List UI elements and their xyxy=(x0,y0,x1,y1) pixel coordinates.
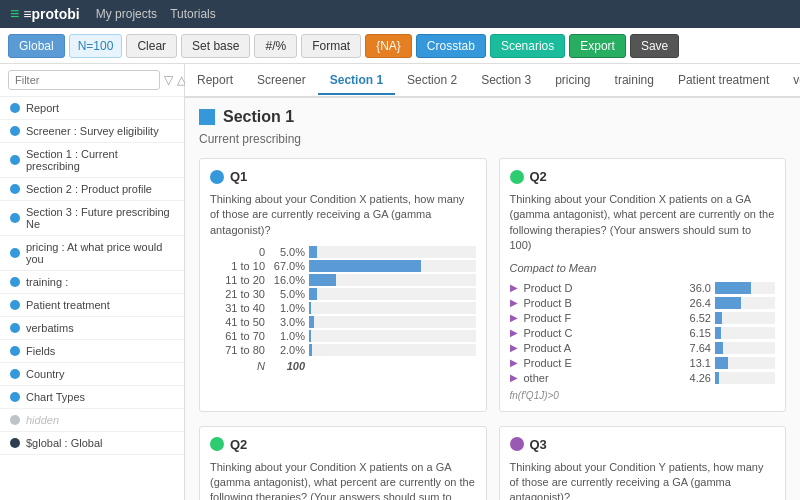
bar-label-11-20: 11 to 20 xyxy=(210,274,265,286)
sidebar-dot-section3 xyxy=(10,213,20,223)
product-fill-c xyxy=(715,327,721,339)
product-name-d: Product D xyxy=(524,282,672,294)
filter-input[interactable] xyxy=(8,70,160,90)
top-nav: My projects Tutorials xyxy=(96,7,216,21)
sidebar-dot-screener xyxy=(10,126,20,136)
bar-row-0: 0 5.0% xyxy=(210,246,476,258)
bar-value-11-20: 16.0% xyxy=(269,274,305,286)
arrow-icon-a: ▶ xyxy=(510,342,520,353)
tab-patient-treatment[interactable]: Patient treatment xyxy=(666,67,781,95)
global-button[interactable]: Global xyxy=(8,34,65,58)
sidebar-dot-patient xyxy=(10,300,20,310)
sidebar-item-pricing[interactable]: pricing : At what price would you xyxy=(0,236,184,271)
sidebar-dot-chart-types xyxy=(10,392,20,402)
bar-row-11-20: 11 to 20 16.0% xyxy=(210,274,476,286)
tab-section1[interactable]: Section 1 xyxy=(318,67,395,95)
product-name-c: Product C xyxy=(524,327,672,339)
main-area: ▽ △ Report Screener : Survey eligibility… xyxy=(0,64,800,500)
sidebar-item-section2[interactable]: Section 2 : Product profile xyxy=(0,178,184,201)
save-button[interactable]: Save xyxy=(630,34,679,58)
questions-row-1: Q1 Thinking about your Condition X patie… xyxy=(199,158,786,412)
sidebar-item-report[interactable]: Report xyxy=(0,97,184,120)
tutorials-link[interactable]: Tutorials xyxy=(170,7,216,21)
sidebar-item-training[interactable]: training : xyxy=(0,271,184,294)
sidebar-dot-verbatims xyxy=(10,323,20,333)
bar-track-61-70 xyxy=(309,330,476,342)
scenarios-button[interactable]: Scenarios xyxy=(490,34,565,58)
tab-pricing[interactable]: pricing xyxy=(543,67,602,95)
bar-value-61-70: 1.0% xyxy=(269,330,305,342)
tab-verbatims[interactable]: verbatims xyxy=(781,67,800,95)
set-base-button[interactable]: Set base xyxy=(181,34,250,58)
arrow-icon-e: ▶ xyxy=(510,357,520,368)
format-button[interactable]: Format xyxy=(301,34,361,58)
product-name-f: Product F xyxy=(524,312,672,324)
toolbar: Global N=100 Clear Set base #/% Format {… xyxy=(0,28,800,64)
sidebar-label-hidden: hidden xyxy=(26,414,59,426)
sidebar-item-global[interactable]: $global : Global xyxy=(0,432,184,455)
bar-fill-41-50 xyxy=(309,316,314,328)
bar-label-41-50: 41 to 50 xyxy=(210,316,265,328)
q2-bottom-header: Q2 xyxy=(210,437,476,452)
q3-bottom-dot xyxy=(510,437,524,451)
logo-text: ≡protobi xyxy=(23,6,79,22)
hash-pct-button[interactable]: #/% xyxy=(254,34,297,58)
clear-button[interactable]: Clear xyxy=(126,34,177,58)
logo[interactable]: ≡ ≡protobi xyxy=(10,5,80,23)
bar-label-1-10: 1 to 10 xyxy=(210,260,265,272)
product-value-a: 7.64 xyxy=(675,342,711,354)
n-badge: N=100 xyxy=(69,34,123,58)
q2-bottom-dot xyxy=(210,437,224,451)
sidebar-item-screener[interactable]: Screener : Survey eligibility xyxy=(0,120,184,143)
product-value-f: 6.52 xyxy=(675,312,711,324)
tab-section2[interactable]: Section 2 xyxy=(395,67,469,95)
sidebar-dot-report xyxy=(10,103,20,113)
sidebar-items-list: Report Screener : Survey eligibility Sec… xyxy=(0,97,184,500)
product-value-b: 26.4 xyxy=(675,297,711,309)
na-button[interactable]: {NA} xyxy=(365,34,412,58)
bar-row-1-10: 1 to 10 67.0% xyxy=(210,260,476,272)
sidebar-item-hidden[interactable]: hidden xyxy=(0,409,184,432)
q2-bottom-text: Thinking about your Condition X patients… xyxy=(210,460,476,500)
sidebar-item-section3[interactable]: Section 3 : Future prescribing Ne xyxy=(0,201,184,236)
tab-screener[interactable]: Screener xyxy=(245,67,318,95)
q1-text: Thinking about your Condition X patients… xyxy=(210,192,476,238)
bar-row-21-30: 21 to 30 5.0% xyxy=(210,288,476,300)
bar-row-41-50: 41 to 50 3.0% xyxy=(210,316,476,328)
bar-fill-21-30 xyxy=(309,288,317,300)
top-bar: ≡ ≡protobi My projects Tutorials xyxy=(0,0,800,28)
product-bar-a xyxy=(715,342,775,354)
tab-section3[interactable]: Section 3 xyxy=(469,67,543,95)
product-bar-e xyxy=(715,357,775,369)
q1-block: Q1 Thinking about your Condition X patie… xyxy=(199,158,487,412)
sidebar-label-section3: Section 3 : Future prescribing Ne xyxy=(26,206,174,230)
sidebar-label-global: $global : Global xyxy=(26,437,102,449)
sidebar-item-country[interactable]: Country xyxy=(0,363,184,386)
logo-icon: ≡ xyxy=(10,5,19,23)
tab-training[interactable]: training xyxy=(603,67,666,95)
export-button[interactable]: Export xyxy=(569,34,626,58)
sidebar-item-chart-types[interactable]: Chart Types xyxy=(0,386,184,409)
product-bar-f xyxy=(715,312,775,324)
sidebar-item-verbatims[interactable]: verbatims xyxy=(0,317,184,340)
sidebar-label-chart-types: Chart Types xyxy=(26,391,85,403)
tab-report[interactable]: Report xyxy=(185,67,245,95)
sidebar-item-patient[interactable]: Patient treatment xyxy=(0,294,184,317)
q2-bottom-label: Q2 xyxy=(230,437,247,452)
crosstab-button[interactable]: Crosstab xyxy=(416,34,486,58)
bar-label-31-40: 31 to 40 xyxy=(210,302,265,314)
tabs-row: Report Screener Section 1 Section 2 Sect… xyxy=(185,64,800,98)
q3-bottom-text: Thinking about your Condition Y patients… xyxy=(510,460,776,500)
q2-header: Q2 xyxy=(510,169,776,184)
my-projects-link[interactable]: My projects xyxy=(96,7,157,21)
sidebar-dot-global xyxy=(10,438,20,448)
bar-track-31-40 xyxy=(309,302,476,314)
sidebar-item-fields[interactable]: Fields xyxy=(0,340,184,363)
sidebar: ▽ △ Report Screener : Survey eligibility… xyxy=(0,64,185,500)
product-row-b: ▶ Product B 26.4 xyxy=(510,297,776,309)
sidebar-dot-training xyxy=(10,277,20,287)
q3-bottom-label: Q3 xyxy=(530,437,547,452)
filter-funnel-icon[interactable]: ▽ xyxy=(164,73,173,87)
sidebar-item-section1[interactable]: Section 1 : Current prescribing xyxy=(0,143,184,178)
bar-fill-0 xyxy=(309,246,317,258)
